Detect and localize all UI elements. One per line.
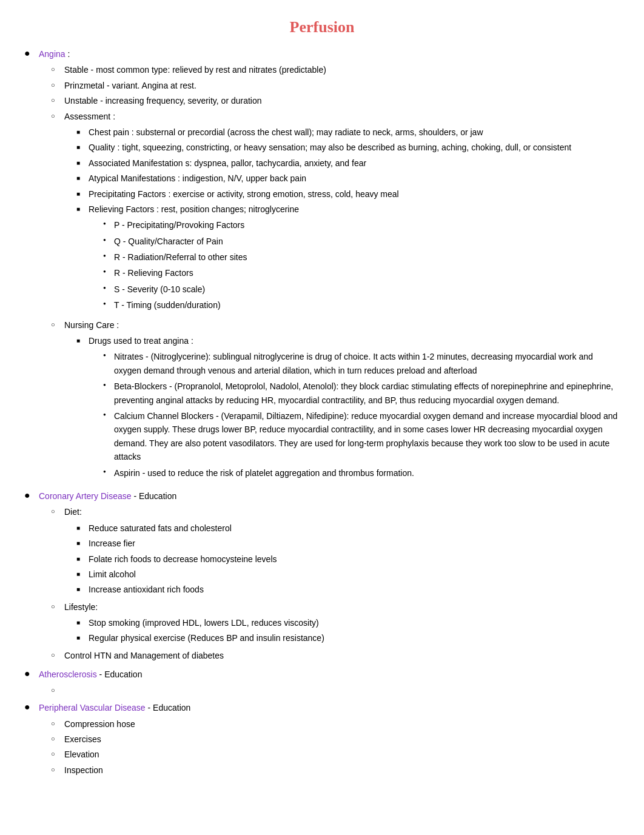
filled-circle-icon: ● [103,268,109,276]
list-item: ○ Unstable - increasing frequency, sever… [51,94,620,107]
square-icon: ■ [76,618,84,628]
list-item: ● Calcium Channel Blockers - (Verapamil,… [103,409,620,464]
list-item: ○ Stable - most common type: relieved by… [51,63,620,76]
filled-circle-icon: ● [103,468,109,476]
square-icon: ■ [76,173,84,183]
circle-icon: ○ [51,749,59,760]
topic-link[interactable]: Angina [39,49,65,59]
circle-icon: ○ [51,64,59,75]
top-item-label: Atherosclerosis - Education [39,669,142,679]
filled-circle-icon: ● [103,220,109,228]
list-item: ○ Elevation [51,748,620,761]
square-icon: ■ [76,523,84,533]
list-item: ○ Inspection [51,763,620,777]
circle-icon: ○ [51,111,59,122]
circle-icon: ○ [51,602,59,612]
list-item: ● R - Relieving Factors [103,266,620,280]
circle-icon: ○ [51,650,59,661]
list-item: ● Q - Quality/Character of Pain [103,235,620,248]
top-item-label: Coronary Artery Disease - Education [39,491,176,501]
top-level-item: ● Peripheral Vascular Disease - Educatio… [24,701,620,779]
list-item: ■ Folate rich foods to decrease homocyst… [76,552,620,566]
list-item: ■ Increase fier [76,537,620,550]
topic-link[interactable]: Coronary Artery Disease [39,491,132,501]
top-level-item: ● Angina : ○ Stable - most common type: … [24,47,620,486]
list-item: ● T - Timing (sudden/duration) [103,298,620,312]
topic-link[interactable]: Atherosclerosis [39,669,97,679]
circle-icon: ○ [51,685,59,696]
list-item: ● Aspirin - used to reduce the risk of p… [103,466,620,480]
list-item: ■ Reduce saturated fats and cholesterol [76,521,620,535]
bullet-icon: ● [24,702,34,713]
list-item: ■ Drugs used to treat angina : ● Nitrate… [76,334,620,482]
square-icon: ■ [76,143,84,152]
list-item: ● S - Severity (0-10 scale) [103,283,620,296]
bullet-icon: ● [24,668,34,679]
list-item: ○ Assessment : ■ Chest pain : substernal… [51,110,620,317]
list-item: ■ Atypical Manifestations : indigestion,… [76,172,620,185]
circle-icon: ○ [51,80,59,91]
list-item: ■ Precipitating Factors : exercise or ac… [76,187,620,201]
filled-circle-icon: ● [103,284,109,292]
square-icon: ■ [76,633,84,643]
list-item: ■ Limit alcohol [76,568,620,581]
label-suffix: : [65,49,70,59]
bullet-icon: ● [24,48,34,59]
list-item: ■ Stop smoking (improved HDL, lowers LDL… [76,616,620,629]
filled-circle-icon: ● [103,381,109,389]
filled-circle-icon: ● [103,236,109,244]
bullet-icon: ● [24,490,34,501]
circle-icon: ○ [51,506,59,517]
circle-icon: ○ [51,765,59,776]
square-icon: ■ [76,554,84,564]
topic-link[interactable]: Peripheral Vascular Disease [39,703,146,713]
top-level-item: ● Coronary Artery Disease - Education ○ … [24,489,620,664]
list-item: ■ Increase antioxidant rich foods [76,583,620,596]
list-item: ● P - Precipitating/Provoking Factors [103,218,620,232]
list-item: ■ Chest pain : substernal or precordial … [76,126,620,139]
top-item-label: Peripheral Vascular Disease - Education [39,703,190,713]
filled-circle-icon: ● [103,252,109,260]
circle-icon: ○ [51,734,59,745]
list-item: ○ [51,684,620,696]
list-item: ● R - Radiation/Referral to other sites [103,250,620,264]
list-item: ○ Exercises [51,733,620,746]
square-icon: ■ [76,127,84,137]
label-suffix: - Education [97,669,143,679]
square-icon: ■ [76,585,84,594]
label-suffix: - Education [146,703,191,713]
filled-circle-icon: ● [103,352,109,360]
list-item: ○ Compression hose [51,717,620,731]
list-item: ○ Control HTN and Management of diabetes [51,649,620,662]
list-item: ■ Associated Manifestation s: dyspnea, p… [76,156,620,170]
label-suffix: - Education [132,491,177,501]
list-item: ■ Regular physical exercise (Reduces BP … [76,631,620,645]
square-icon: ■ [76,189,84,199]
square-icon: ■ [76,158,84,168]
square-icon: ■ [76,336,84,346]
list-item: ■ Quality : tight, squeezing, constricti… [76,141,620,154]
square-icon: ■ [76,569,84,579]
list-item: ● Nitrates - (Nitroglycerine): sublingua… [103,350,620,377]
list-item: ○ Lifestyle: ■ Stop smoking (improved HD… [51,600,620,647]
list-item: ○ Nursing Care : ■ Drugs used to treat a… [51,318,620,484]
square-icon: ■ [76,204,84,214]
circle-icon: ○ [51,95,59,106]
filled-circle-icon: ● [103,411,109,419]
list-item: ● Beta-Blockers - (Propranolol, Metoprol… [103,380,620,407]
circle-icon: ○ [51,719,59,729]
circle-icon: ○ [51,320,59,330]
top-item-label: Angina : [39,49,70,59]
top-level-item: ● Atherosclerosis - Education ○ [24,668,620,697]
square-icon: ■ [76,538,84,548]
list-item: ○ Diet: ■ Reduce saturated fats and chol… [51,505,620,598]
list-item: ○ Prinzmetal - variant. Angina at rest. [51,79,620,92]
page-title: Perfusion [24,18,620,36]
filled-circle-icon: ● [103,300,109,308]
list-item: ■ Relieving Factors : rest, position cha… [76,203,620,315]
